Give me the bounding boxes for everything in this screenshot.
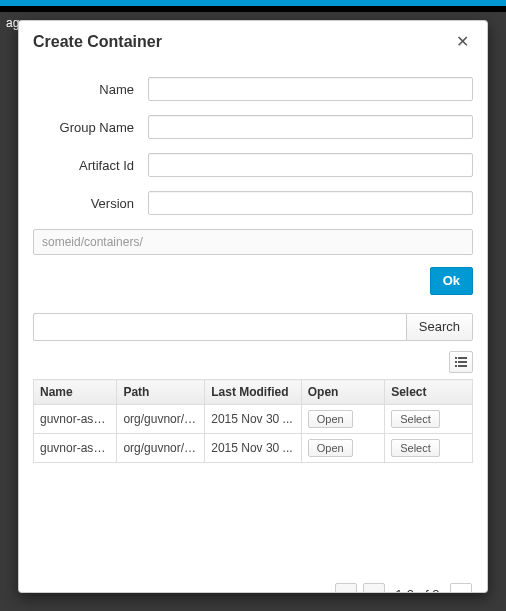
open-button[interactable]: Open [308,410,353,428]
artifact-id-input[interactable] [148,153,473,177]
artifact-id-label: Artifact Id [33,158,148,173]
svg-rect-4 [455,365,457,367]
cell-path: org/guvnor/g... [117,405,205,434]
select-button[interactable]: Select [391,439,440,457]
search-input[interactable] [33,313,406,341]
search-button[interactable]: Search [406,313,473,341]
cell-last-modified: 2015 Nov 30 ... [205,434,302,463]
table-row: guvnor-asset... org/guvnor/g... 2015 Nov… [34,405,473,434]
svg-rect-5 [458,365,467,367]
col-select: Select [385,380,473,405]
pager: « ‹ 1-2 of 2 › [33,583,473,592]
cell-last-modified: 2015 Nov 30 ... [205,405,302,434]
create-container-modal: Create Container ✕ Name Group Name Artif… [18,20,488,593]
ok-button[interactable]: Ok [430,267,473,295]
modal-title: Create Container [33,33,452,51]
pager-next-icon[interactable]: › [450,583,472,592]
group-name-label: Group Name [33,120,148,135]
endpoint-input [33,229,473,255]
svg-rect-1 [458,357,467,359]
open-button[interactable]: Open [308,439,353,457]
select-button[interactable]: Select [391,410,440,428]
close-icon[interactable]: ✕ [452,34,473,50]
col-open: Open [301,380,384,405]
svg-rect-3 [458,361,467,363]
svg-rect-0 [455,357,457,359]
name-label: Name [33,82,148,97]
version-input[interactable] [148,191,473,215]
cell-name: guvnor-asset... [34,405,117,434]
col-name[interactable]: Name [34,380,117,405]
group-name-input[interactable] [148,115,473,139]
cell-name: guvnor-asset... [34,434,117,463]
list-view-icon[interactable] [449,351,473,373]
name-input[interactable] [148,77,473,101]
cell-path: org/guvnor/g... [117,434,205,463]
table-row: guvnor-asset... org/guvnor/g... 2015 Nov… [34,434,473,463]
pager-prev-icon[interactable]: ‹ [363,583,385,592]
pager-text: 1-2 of 2 [395,587,439,592]
col-last-modified[interactable]: Last Modified [205,380,302,405]
svg-rect-2 [455,361,457,363]
results-table: Name Path Last Modified Open Select guvn… [33,379,473,463]
col-path[interactable]: Path [117,380,205,405]
version-label: Version [33,196,148,211]
pager-first-icon[interactable]: « [335,583,357,592]
